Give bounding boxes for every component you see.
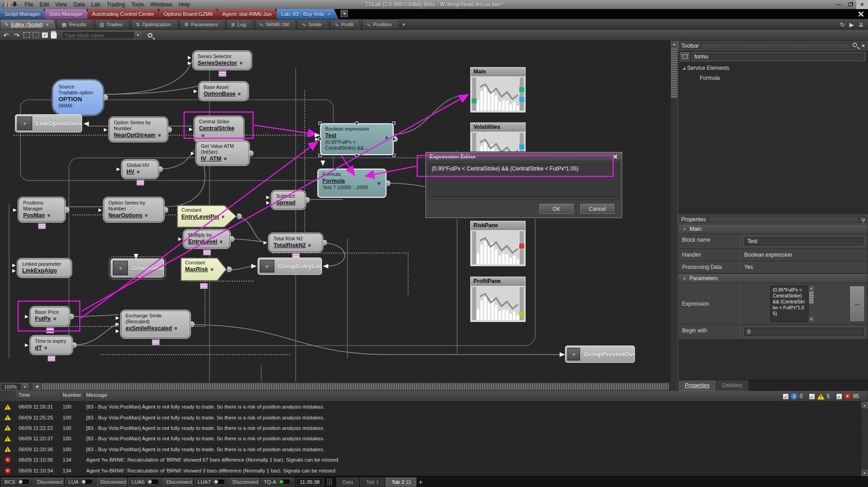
toolbox-header[interactable]: Toolbar ×	[678, 41, 868, 50]
disconnect-button[interactable]: Disconnect	[163, 477, 193, 487]
expand-group-icon[interactable]: +	[17, 117, 32, 130]
output-port[interactable]	[305, 197, 310, 203]
begin-with-input[interactable]: 0	[744, 327, 864, 336]
menu-item[interactable]: Trading	[103, 0, 128, 9]
tab-close-icon[interactable]: ×	[327, 11, 330, 17]
output-port[interactable]	[158, 166, 163, 172]
log-col-message[interactable]: Message	[84, 391, 868, 401]
scrollbar-thumb[interactable]	[671, 48, 678, 98]
output-port[interactable]	[72, 342, 77, 348]
menu-item[interactable]: Windows	[147, 0, 176, 9]
properties-header[interactable]: Properties	[678, 214, 868, 224]
workspace-tab[interactable]: Data Manager	[45, 9, 91, 19]
output-port[interactable]	[164, 207, 168, 213]
chevron-down-icon[interactable]: »	[222, 157, 229, 161]
filter-info[interactable]: ✓ i 0	[783, 393, 803, 399]
log-row[interactable]: 06/09 11:25:25 100 [83 - Buy Vola:PosMan…	[0, 412, 861, 423]
chevron-down-icon[interactable]: »	[236, 93, 244, 96]
selection-handle[interactable]	[318, 122, 322, 125]
add-tab-button[interactable]: +	[416, 478, 425, 486]
output-port[interactable]	[69, 314, 74, 320]
input-port-icon[interactable]: ▶	[12, 268, 16, 273]
input-port-icon[interactable]: ▶	[116, 315, 119, 320]
block-name-input[interactable]: Test	[744, 237, 864, 246]
chevron-down-icon[interactable]: »	[376, 182, 383, 185]
workspace-tab[interactable]: Agent: stat-RIM6-Jun	[218, 9, 280, 19]
menu-item[interactable]: View	[52, 0, 70, 9]
node-total-risk-n2[interactable]: Total Risk N2TotalRiskN2»▶	[268, 233, 323, 252]
node-menu-icon[interactable]	[200, 283, 208, 289]
tab-list-dropdown-icon[interactable]: ▼	[341, 10, 348, 17]
tq-segment[interactable]: TQ-A	[260, 477, 294, 487]
input-port-icon[interactable]: ▶	[25, 314, 29, 319]
selection-handle[interactable]	[318, 137, 322, 141]
group-group-prevent-oversell[interactable]: +GroupPreventOversell	[565, 346, 635, 363]
log-row[interactable]: 06/09 11:20:37 100 [83 - Buy Vola:PosMan…	[0, 433, 861, 444]
log-row[interactable]: 06/09 11:20:36 100 [83 - Buy Vola:PosMan…	[0, 444, 861, 455]
chevron-down-icon[interactable]: »	[156, 134, 163, 137]
view-tab[interactable]: ∿ Position	[362, 19, 399, 30]
pane-port[interactable]	[519, 144, 524, 149]
pane-port[interactable]	[472, 98, 477, 103]
connection-segment[interactable]: LUA5	[128, 477, 163, 487]
grip-handle[interactable]	[327, 478, 332, 486]
workspace-tab[interactable]: Options Board:GZM6	[159, 9, 221, 19]
node-source-option[interactable]: Source Tradable optionOPTIONSRM6	[52, 79, 104, 116]
bottom-tab[interactable]: Tab 2	[385, 477, 416, 487]
tree-expander-icon[interactable]: ◢	[681, 66, 687, 70]
log-row[interactable]: 06/09 11:26:31 100 [83 - Buy Vola:PosMan…	[0, 402, 861, 412]
selection-handle[interactable]	[318, 154, 322, 157]
scroll-up-icon[interactable]: ▲	[861, 402, 868, 408]
connection-segment[interactable]: BCS	[1, 477, 34, 487]
output-port[interactable]	[230, 236, 234, 242]
chart-pane-risk-pane[interactable]: RiskPane	[470, 221, 526, 266]
node-link-exp-algo[interactable]: Linked parameterLinkExpAlgo▶▶	[17, 258, 72, 278]
more-tabs-icon[interactable]: ▼	[402, 23, 405, 27]
chevron-down-icon[interactable]: »	[209, 268, 216, 271]
node-menu-icon[interactable]	[48, 356, 55, 361]
menu-item[interactable]: File	[21, 0, 36, 9]
collapse-icon[interactable]: ∧	[683, 276, 686, 281]
input-port-icon[interactable]: ▶	[191, 150, 195, 155]
pin-icon[interactable]	[862, 218, 865, 221]
expand-group-icon[interactable]: +	[567, 348, 580, 360]
error-checkbox[interactable]: ✓	[836, 394, 842, 399]
disconnect-button[interactable]: Disconnect	[97, 477, 127, 487]
chevron-down-icon[interactable]: »	[173, 327, 180, 330]
toolbox-search-icon[interactable]	[853, 43, 857, 47]
redo-icon[interactable]: ↷	[13, 32, 21, 39]
ok-button[interactable]: OK	[539, 204, 574, 214]
expand-group-icon[interactable]: +	[113, 261, 128, 275]
chevron-down-icon[interactable]: »	[45, 214, 53, 217]
expression-more-button[interactable]: ...	[849, 286, 865, 322]
cancel-button[interactable]: Cancel	[580, 204, 614, 214]
connection-toggle[interactable]	[81, 479, 93, 485]
node-ex-smile[interactable]: Exchange Smile (Rescaled)exSmileRescaled…	[121, 310, 190, 338]
node-base-asset[interactable]: Base AssetOptionBase»▶	[199, 82, 249, 101]
bottom-tab[interactable]: Tab 1	[360, 477, 385, 487]
node-fut-px[interactable]: Base PriceFutPx»▶	[30, 307, 70, 326]
selection-handle[interactable]	[355, 122, 358, 125]
tab-properties[interactable]: Properties	[679, 380, 716, 391]
search-icon[interactable]	[148, 33, 152, 38]
workspace-tab[interactable]: Script Manager	[0, 9, 48, 19]
filter-warning[interactable]: ✓ 5	[809, 393, 830, 399]
chevron-up-icon[interactable]: »	[383, 136, 390, 140]
selection-handle[interactable]	[392, 154, 395, 157]
processing-data-value[interactable]: Yes	[741, 261, 868, 273]
block-search-dropdown-icon[interactable]: ▼	[135, 31, 141, 39]
tab-detailed[interactable]: Detailed	[717, 380, 748, 391]
output-port[interactable]	[249, 150, 254, 156]
log-row[interactable]: 06/09 11:22:22 100 [83 - Buy Vola:PosMan…	[0, 423, 861, 433]
input-port-icon[interactable]: ▶	[13, 207, 17, 212]
chevron-down-icon[interactable]: »	[218, 240, 225, 244]
view-tab[interactable]: ≣ Log	[226, 19, 254, 30]
disconnect-button[interactable]: Disconnect	[229, 477, 259, 487]
script-canvas[interactable]: Series SelectorSeriesSelector»▶▶Base Ass…	[0, 41, 670, 382]
chevron-down-icon[interactable]: »	[143, 214, 150, 217]
output-port[interactable]	[190, 321, 195, 327]
node-entry-level[interactable]: Multiply byEntryLevel»▶	[183, 229, 230, 248]
node-near-opt-stream[interactable]: Option Series by NumberNearOptStream»▶	[109, 117, 168, 142]
node-series-selector[interactable]: Series SelectorSeriesSelector»▶▶	[193, 51, 252, 70]
input-port-icon[interactable]: ▶	[188, 60, 191, 65]
